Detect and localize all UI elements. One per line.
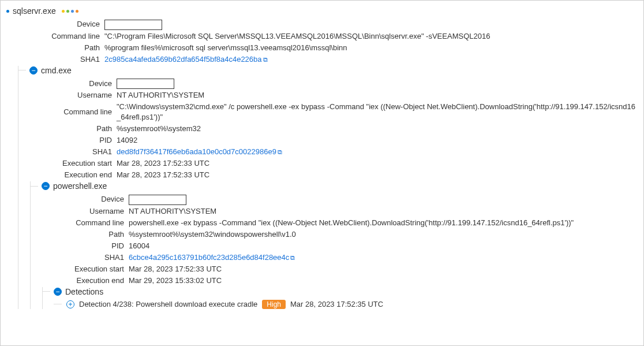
bullet-icon bbox=[6, 10, 9, 13]
value-pid: 16004 bbox=[129, 241, 149, 251]
value-exec-end: Mar 28, 2023 17:52:33 UTC bbox=[117, 170, 209, 180]
value-path: %program files%\microsoft sql server\mss… bbox=[104, 43, 347, 53]
status-dots bbox=[62, 10, 78, 13]
label-command-line: Command line bbox=[6, 31, 104, 42]
process-header[interactable]: − powershell.exe bbox=[31, 181, 638, 191]
label-exec-start: Execution start bbox=[31, 264, 129, 274]
dot-yellow-icon bbox=[62, 10, 65, 13]
label-path: Path bbox=[31, 229, 129, 240]
collapse-toggle[interactable]: − bbox=[42, 182, 50, 190]
external-link-icon[interactable]: ⧉ bbox=[290, 254, 295, 261]
value-username: NT AUTHORITY\SYSTEM bbox=[129, 206, 216, 217]
value-pid: 14092 bbox=[117, 135, 137, 146]
external-link-icon[interactable]: ⧉ bbox=[278, 148, 282, 155]
process-name: cmd.exe bbox=[41, 66, 72, 75]
label-device: Device bbox=[31, 194, 129, 204]
process-node-sqlservr: sqlservr.exe Device Command line"C:\Prog… bbox=[6, 6, 638, 309]
process-name: sqlservr.exe bbox=[13, 6, 56, 16]
label-username: Username bbox=[18, 90, 117, 101]
value-username: NT AUTHORITY\SYSTEM bbox=[117, 90, 204, 101]
value-command-line: "C:\Program Files\Microsoft SQL Server\M… bbox=[104, 31, 490, 42]
label-sha1: SHA1 bbox=[6, 54, 104, 65]
severity-badge: High bbox=[262, 300, 286, 309]
label-device: Device bbox=[18, 79, 117, 89]
detections-header[interactable]: − Detections bbox=[43, 287, 638, 296]
process-header[interactable]: sqlservr.exe bbox=[6, 6, 638, 16]
dot-orange-icon bbox=[76, 10, 78, 13]
value-path: %systemroot%\system32\windowspowershell\… bbox=[129, 229, 296, 240]
detection-time: Mar 28, 2023 17:52:35 UTC bbox=[290, 300, 383, 308]
process-name: powershell.exe bbox=[53, 181, 107, 191]
label-command-line: Command line bbox=[18, 107, 117, 117]
dot-blue-icon bbox=[71, 10, 74, 13]
expand-toggle[interactable]: + bbox=[66, 300, 74, 308]
label-pid: PID bbox=[18, 135, 117, 146]
label-exec-end: Execution end bbox=[18, 170, 117, 180]
external-link-icon[interactable]: ⧉ bbox=[263, 56, 268, 63]
value-exec-start: Mar 28, 2023 17:52:33 UTC bbox=[117, 158, 209, 169]
value-exec-end: Mar 29, 2023 15:33:02 UTC bbox=[129, 276, 222, 286]
label-command-line: Command line bbox=[31, 218, 129, 228]
sha1-link[interactable]: 6cbce4a295c163791b60fc23d285e6d84f28ee4c bbox=[129, 253, 289, 262]
process-node-powershell: − powershell.exe Device UsernameNT AUTHO… bbox=[31, 181, 638, 309]
label-sha1: SHA1 bbox=[31, 252, 129, 263]
process-tree-panel: sqlservr.exe Device Command line"C:\Prog… bbox=[0, 0, 644, 346]
label-exec-end: Execution end bbox=[31, 276, 129, 286]
detection-title: Detection 4/238: Powershell download exe… bbox=[79, 300, 257, 308]
label-sha1: SHA1 bbox=[18, 147, 117, 157]
collapse-toggle[interactable]: − bbox=[54, 288, 62, 296]
collapse-toggle[interactable]: − bbox=[29, 66, 38, 75]
device-box bbox=[104, 20, 162, 30]
value-command-line: powershell.exe -ex bypass -Command "iex … bbox=[129, 218, 574, 228]
dot-green-icon bbox=[66, 10, 69, 13]
detections-node: − Detections + Detection 4/238: Powershe… bbox=[43, 287, 638, 309]
label-exec-start: Execution start bbox=[18, 158, 117, 169]
label-pid: PID bbox=[31, 241, 129, 251]
device-box bbox=[129, 195, 186, 205]
detection-row[interactable]: + Detection 4/238: Powershell download e… bbox=[54, 300, 638, 309]
label-username: Username bbox=[31, 206, 129, 217]
sha1-link[interactable]: 2c985ca4afeda569b62dfa654f5bf8a4c4e226ba bbox=[104, 55, 262, 64]
detections-heading: Detections bbox=[65, 287, 103, 296]
label-path: Path bbox=[18, 124, 117, 134]
value-exec-start: Mar 28, 2023 17:52:33 UTC bbox=[129, 264, 222, 274]
process-header[interactable]: − cmd.exe bbox=[18, 66, 638, 75]
label-device: Device bbox=[6, 19, 104, 29]
label-path: Path bbox=[6, 43, 104, 53]
sha1-link[interactable]: ded8fd7f36417f66eb6ada10e0c0d7c0022986e9 bbox=[117, 147, 276, 156]
value-path: %systemroot%\system32 bbox=[117, 124, 201, 134]
process-node-cmd: − cmd.exe Device UsernameNT AUTHORITY\SY… bbox=[18, 66, 638, 309]
device-box bbox=[117, 79, 174, 89]
value-command-line: "C:\Windows\system32\cmd.exe" /c powersh… bbox=[117, 102, 638, 122]
